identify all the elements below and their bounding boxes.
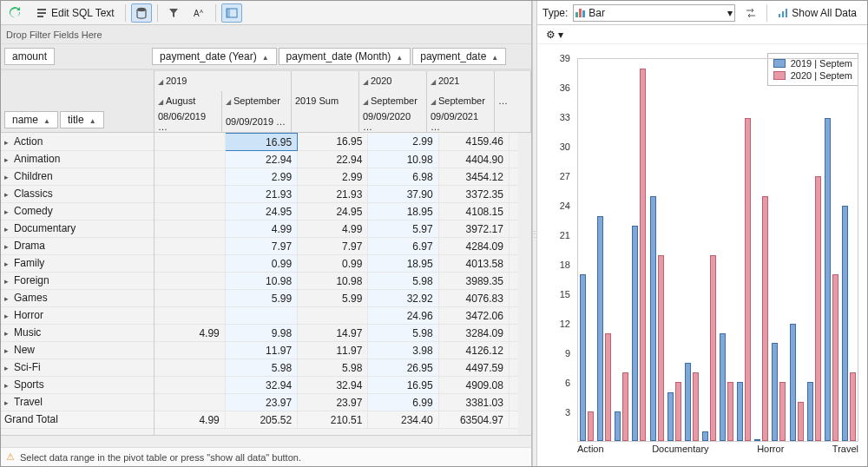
x-tick: [604, 444, 616, 461]
table-row[interactable]: Foreign: [1, 272, 154, 289]
table-row[interactable]: 5.995.9932.924076.83: [155, 290, 531, 307]
refresh-button[interactable]: [4, 3, 25, 23]
x-tick: Documentary: [652, 444, 708, 461]
filter-icon[interactable]: [163, 3, 184, 23]
table-row[interactable]: 4.999.9814.975.983284.09: [155, 325, 531, 342]
bar: [658, 255, 664, 441]
x-tick: Travel: [832, 444, 858, 461]
chart-type-select[interactable]: Bar ▾: [573, 4, 735, 22]
table-row[interactable]: 5.985.9826.954497.59: [155, 359, 531, 377]
x-tick: [720, 444, 733, 461]
table-row[interactable]: 24.9524.9518.954108.15: [155, 203, 531, 220]
data-field-amount[interactable]: amount: [4, 48, 55, 65]
table-row[interactable]: Action: [1, 133, 154, 150]
pivot-grid: name title ActionAnimationChildrenClassi…: [1, 69, 531, 435]
svg-rect-6: [782, 11, 784, 17]
table-row[interactable]: Children: [1, 168, 154, 185]
table-row[interactable]: New: [1, 341, 154, 358]
table-row[interactable]: 23.9723.976.993381.03: [155, 394, 531, 411]
bar: [790, 324, 796, 441]
x-tick: [615, 444, 628, 461]
table-row[interactable]: Sports: [1, 376, 154, 393]
font-size-button[interactable]: AA: [189, 3, 210, 23]
type-label: Type:: [542, 7, 568, 19]
bar: [754, 439, 760, 441]
bar: [605, 333, 611, 441]
col-field-month[interactable]: payment_date (Month): [279, 48, 411, 65]
svg-rect-4: [227, 9, 230, 17]
table-row[interactable]: Comedy: [1, 202, 154, 220]
bar: [685, 363, 691, 441]
table-row[interactable]: Sci-Fi: [1, 358, 154, 376]
vertical-scrollbar[interactable]: [518, 133, 531, 435]
bar-group: [578, 59, 595, 441]
row-field-title[interactable]: title: [60, 111, 104, 128]
table-row[interactable]: 21.9321.9337.903372.35: [155, 186, 531, 203]
bar: [772, 343, 778, 441]
bar: [622, 372, 628, 441]
filter-drop-zone[interactable]: Drop Filter Fields Here: [1, 25, 531, 44]
bar-group: [840, 59, 858, 441]
table-row[interactable]: 16.9516.952.994159.46: [155, 134, 531, 151]
bar: [667, 392, 674, 441]
table-row[interactable]: Travel: [1, 393, 154, 411]
col-field-date[interactable]: payment_date: [412, 48, 506, 65]
table-row[interactable]: 11.9711.973.984126.12: [155, 342, 531, 359]
x-tick: [709, 444, 721, 461]
table-row[interactable]: Games: [1, 289, 154, 306]
grand-total-row: Grand Total: [1, 411, 154, 428]
layout-toggle-button[interactable]: [221, 3, 242, 23]
bar-group: [683, 59, 700, 441]
x-tick: Action: [577, 444, 604, 461]
table-row[interactable]: Family: [1, 254, 154, 272]
bar: [702, 431, 708, 441]
edit-sql-label: Edit SQL Text: [51, 7, 115, 19]
bar: [720, 333, 726, 441]
swap-axes-button[interactable]: [740, 3, 761, 23]
col-field-year[interactable]: payment_date (Year): [152, 48, 277, 65]
table-row[interactable]: Classics: [1, 185, 154, 202]
bar: [597, 216, 603, 441]
table-row[interactable]: 4.994.995.973972.17: [155, 220, 531, 238]
x-tick: [796, 444, 808, 461]
bar: [798, 402, 804, 441]
horizontal-scrollbar[interactable]: [1, 435, 531, 447]
table-row[interactable]: Documentary: [1, 220, 154, 237]
chart-settings-button[interactable]: ⚙ ▾: [544, 25, 565, 44]
svg-text:A: A: [200, 9, 203, 14]
bar: [710, 255, 716, 441]
table-row[interactable]: 22.9422.9410.984404.90: [155, 151, 531, 168]
table-row[interactable]: 32.9432.9416.954909.08: [155, 377, 531, 394]
bar: [580, 274, 586, 441]
x-tick: [808, 444, 820, 461]
bar-group: [648, 59, 666, 441]
bar: [588, 411, 594, 441]
bar-group: [788, 59, 806, 441]
svg-point-0: [137, 7, 146, 10]
bar: [737, 382, 743, 441]
x-tick: [784, 444, 796, 461]
bar: [779, 382, 786, 441]
table-row[interactable]: 10.9810.985.983989.35: [155, 273, 531, 290]
datasource-button[interactable]: [131, 3, 152, 23]
table-row[interactable]: 7.977.976.974284.09: [155, 238, 531, 255]
bar: [825, 118, 831, 441]
bar-group: [700, 59, 718, 441]
bar-group: [735, 59, 753, 441]
x-tick: [628, 444, 640, 461]
bar: [693, 372, 699, 441]
show-all-data-button[interactable]: Show All Data: [773, 3, 862, 23]
bar: [615, 411, 621, 441]
table-row[interactable]: Animation: [1, 150, 154, 168]
bar: [675, 382, 681, 441]
table-row[interactable]: 24.963472.06: [155, 307, 531, 325]
table-row[interactable]: Drama: [1, 237, 154, 254]
table-row[interactable]: 2.992.996.983454.12: [155, 168, 531, 186]
table-row[interactable]: Horror: [1, 306, 154, 324]
table-row[interactable]: 0.990.9918.954013.58: [155, 255, 531, 273]
edit-sql-button[interactable]: Edit SQL Text: [30, 3, 120, 23]
row-field-name[interactable]: name: [4, 111, 58, 128]
bar: [815, 176, 821, 441]
x-tick: [820, 444, 832, 461]
table-row[interactable]: Music: [1, 324, 154, 341]
